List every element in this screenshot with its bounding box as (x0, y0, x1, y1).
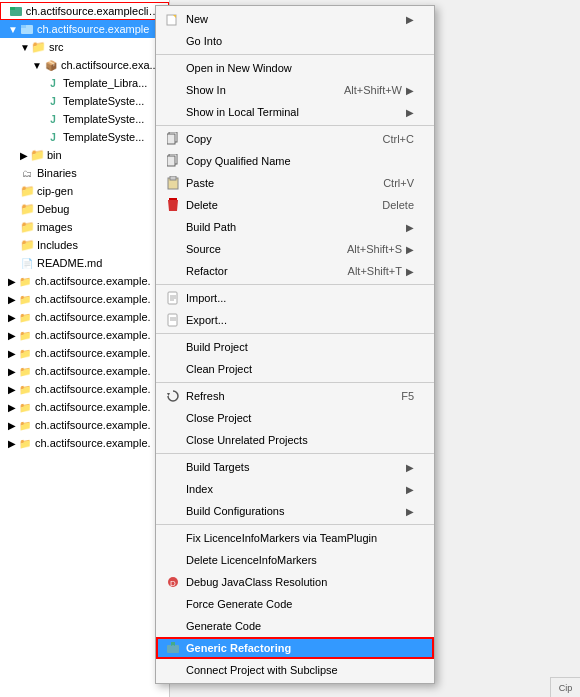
import-icon (164, 290, 182, 306)
menu-item-debug-java[interactable]: D Debug JavaClass Resolution (156, 571, 434, 593)
menu-item-force-generate[interactable]: Force Generate Code (156, 593, 434, 615)
go-into-icon (164, 33, 182, 49)
refactor-icon (164, 263, 182, 279)
readme-icon: 📄 (20, 256, 34, 270)
paste-icon (164, 175, 182, 191)
tree-item-java3[interactable]: J TemplateSyste... (0, 110, 169, 128)
tree-item-package[interactable]: ▼ 📦 ch.actifsource.exa... (0, 56, 169, 74)
menu-item-delete-licence[interactable]: Delete LicenceInfoMarkers (156, 549, 434, 571)
menu-item-close-project[interactable]: Close Project (156, 407, 434, 429)
show-local-icon (164, 104, 182, 120)
menu-generate-code-label: Generate Code (186, 620, 414, 632)
tree-item-debug[interactable]: 📁 Debug (0, 200, 169, 218)
menu-new-label: New (186, 13, 402, 25)
menu-item-build-project[interactable]: Build Project (156, 336, 434, 358)
menu-item-clean-project[interactable]: Clean Project (156, 358, 434, 380)
separator-7 (156, 524, 434, 525)
tree-item-selected[interactable]: ▼ ch.actifsource.example (0, 20, 169, 38)
menu-item-close-unrelated[interactable]: Close Unrelated Projects (156, 429, 434, 451)
tree-item-includes[interactable]: 📁 Includes (0, 236, 169, 254)
tree-item-bin[interactable]: ▶ 📁 bin (0, 146, 169, 164)
tree-item-cip-gen[interactable]: 📁 cip-gen (0, 182, 169, 200)
images-icon: 📁 (20, 220, 34, 234)
tree-item-p1[interactable]: ▶📁ch.actifsource.example. (0, 272, 169, 290)
cipgen-icon: 📁 (20, 184, 34, 198)
new-arrow: ▶ (406, 14, 414, 25)
project-icon-2 (20, 22, 34, 36)
menu-item-delete[interactable]: Delete Delete (156, 194, 434, 216)
menu-item-generic-refactoring[interactable]: Generic Refactoring (156, 637, 434, 659)
tree-item-p9[interactable]: ▶📁ch.actifsource.example. (0, 416, 169, 434)
tree-item-p7[interactable]: ▶📁ch.actifsource.example. (0, 380, 169, 398)
delete-licence-icon (164, 552, 182, 568)
tree-item-java1[interactable]: J Template_Libra... (0, 74, 169, 92)
menu-item-import[interactable]: Import... (156, 287, 434, 309)
refactor-shortcut: Alt+Shift+T (348, 265, 402, 277)
java-icon-2: J (46, 94, 60, 108)
menu-item-refactor[interactable]: Refactor Alt+Shift+T ▶ (156, 260, 434, 282)
tree-item-src[interactable]: ▼ 📁 src (0, 38, 169, 56)
proj-icon-8: 📁 (18, 400, 32, 414)
tree-item-readme[interactable]: 📄 README.md (0, 254, 169, 272)
menu-item-copy[interactable]: Copy Ctrl+C (156, 128, 434, 150)
separator-1 (156, 54, 434, 55)
tree-item-p8[interactable]: ▶📁ch.actifsource.example. (0, 398, 169, 416)
menu-item-show-local[interactable]: Show in Local Terminal ▶ (156, 101, 434, 123)
tree-item-p4[interactable]: ▶📁ch.actifsource.example. (0, 326, 169, 344)
menu-item-show-in[interactable]: Show In Alt+Shift+W ▶ (156, 79, 434, 101)
menu-item-source[interactable]: Source Alt+Shift+S ▶ (156, 238, 434, 260)
menu-open-label: Open in New Window (186, 62, 414, 74)
menu-show-local-label: Show in Local Terminal (186, 106, 402, 118)
debug-java-icon: D (164, 574, 182, 590)
menu-item-refresh[interactable]: Refresh F5 (156, 385, 434, 407)
project-icon (9, 4, 23, 18)
menu-force-generate-label: Force Generate Code (186, 598, 414, 610)
menu-item-open-new-window[interactable]: Open in New Window (156, 57, 434, 79)
build-path-arrow: ▶ (406, 222, 414, 233)
tree-item-p2[interactable]: ▶📁ch.actifsource.example. (0, 290, 169, 308)
tree-item-top[interactable]: ch.actifsource.exampleclip.m... (0, 2, 169, 20)
proj-icon-5: 📁 (18, 346, 32, 360)
tree-item-p5[interactable]: ▶📁ch.actifsource.example. (0, 344, 169, 362)
generate-code-icon (164, 618, 182, 634)
menu-item-build-configs[interactable]: Build Configurations ▶ (156, 500, 434, 522)
menu-item-build-path[interactable]: Build Path ▶ (156, 216, 434, 238)
menu-item-go-into[interactable]: Go Into (156, 30, 434, 52)
build-project-icon (164, 339, 182, 355)
proj-icon-3: 📁 (18, 310, 32, 324)
menu-delete-label: Delete (186, 199, 362, 211)
tree-item-p3[interactable]: ▶📁ch.actifsource.example. (0, 308, 169, 326)
menu-item-index[interactable]: Index ▶ (156, 478, 434, 500)
menu-item-copy-qualified[interactable]: Copy Qualified Name (156, 150, 434, 172)
refresh-icon (164, 388, 182, 404)
menu-item-build-targets[interactable]: Build Targets ▶ (156, 456, 434, 478)
menu-item-connect-subclipse[interactable]: Connect Project with Subclipse (156, 659, 434, 681)
tree-item-p6[interactable]: ▶📁ch.actifsource.example. (0, 362, 169, 380)
svg-rect-11 (170, 176, 176, 180)
tree-item-binaries[interactable]: 🗂 Binaries (0, 164, 169, 182)
folder-bin-icon: 📁 (30, 148, 44, 162)
menu-close-project-label: Close Project (186, 412, 414, 424)
menu-delete-licence-label: Delete LicenceInfoMarkers (186, 554, 414, 566)
menu-item-paste[interactable]: Paste Ctrl+V (156, 172, 434, 194)
tree-item-java2[interactable]: J TemplateSyste... (0, 92, 169, 110)
index-icon (164, 481, 182, 497)
tree-item-java4[interactable]: J TemplateSyste... (0, 128, 169, 146)
proj-icon-9: 📁 (18, 418, 32, 432)
fix-licence-icon (164, 530, 182, 546)
menu-item-export[interactable]: Export... (156, 309, 434, 331)
package-icon: 📦 (44, 58, 58, 72)
menu-item-new[interactable]: New ▶ (156, 8, 434, 30)
context-menu: New ▶ Go Into Open in New Window Show In… (155, 5, 435, 684)
tree-item-debug-label: Debug (37, 203, 69, 215)
svg-rect-7 (167, 134, 175, 144)
separator-6 (156, 453, 434, 454)
menu-item-fix-licence[interactable]: Fix LicenceInfoMarkers via TeamPlugin (156, 527, 434, 549)
tree-item-images[interactable]: 📁 images (0, 218, 169, 236)
menu-item-generate-code[interactable]: Generate Code (156, 615, 434, 637)
tree-item-java3-label: TemplateSyste... (63, 113, 144, 125)
close-unrelated-icon (164, 432, 182, 448)
tree-item-p10[interactable]: ▶📁ch.actifsource.example. (0, 434, 169, 452)
build-targets-arrow: ▶ (406, 462, 414, 473)
menu-build-targets-label: Build Targets (186, 461, 402, 473)
